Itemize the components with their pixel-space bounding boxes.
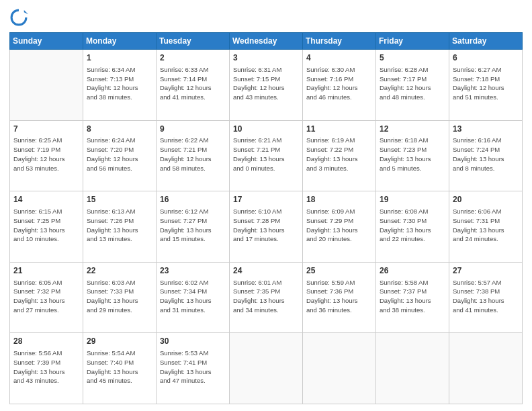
- day-info: Sunrise: 6:12 AM Sunset: 7:27 PM Dayligh…: [160, 207, 226, 244]
- logo-icon: [9, 8, 28, 27]
- day-info: Sunrise: 5:54 AM Sunset: 7:40 PM Dayligh…: [87, 349, 152, 385]
- calendar-cell: 19Sunrise: 6:08 AM Sunset: 7:30 PM Dayli…: [376, 191, 449, 263]
- day-number: 27: [453, 265, 519, 277]
- calendar-cell: 4Sunrise: 6:30 AM Sunset: 7:16 PM Daylig…: [303, 50, 376, 121]
- day-number: 10: [233, 124, 299, 135]
- logo: [9, 8, 31, 27]
- week-row-4: 21Sunrise: 6:05 AM Sunset: 7:32 PM Dayli…: [10, 262, 523, 333]
- day-info: Sunrise: 6:06 AM Sunset: 7:31 PM Dayligh…: [453, 207, 519, 244]
- calendar-cell: 10Sunrise: 6:21 AM Sunset: 7:21 PM Dayli…: [230, 120, 303, 191]
- calendar-cell: 9Sunrise: 6:22 AM Sunset: 7:21 PM Daylig…: [157, 120, 230, 191]
- day-number: 1: [87, 52, 152, 64]
- calendar-cell: 14Sunrise: 6:15 AM Sunset: 7:25 PM Dayli…: [10, 191, 83, 263]
- day-info: Sunrise: 6:01 AM Sunset: 7:35 PM Dayligh…: [233, 278, 299, 315]
- day-info: Sunrise: 5:56 AM Sunset: 7:39 PM Dayligh…: [13, 349, 79, 385]
- day-number: 2: [160, 52, 226, 64]
- calendar-cell: 17Sunrise: 6:10 AM Sunset: 7:28 PM Dayli…: [230, 191, 303, 263]
- col-header-thursday: Thursday: [303, 33, 376, 50]
- day-number: 23: [160, 265, 226, 277]
- calendar-cell: 16Sunrise: 6:12 AM Sunset: 7:27 PM Dayli…: [157, 191, 230, 263]
- calendar-cell: [449, 333, 523, 404]
- calendar-cell: 5Sunrise: 6:28 AM Sunset: 7:17 PM Daylig…: [376, 50, 449, 121]
- week-row-1: 1Sunrise: 6:34 AM Sunset: 7:13 PM Daylig…: [10, 50, 523, 121]
- week-row-2: 7Sunrise: 6:25 AM Sunset: 7:19 PM Daylig…: [10, 120, 523, 191]
- calendar-cell: 24Sunrise: 6:01 AM Sunset: 7:35 PM Dayli…: [230, 262, 303, 333]
- calendar-cell: 7Sunrise: 6:25 AM Sunset: 7:19 PM Daylig…: [10, 120, 83, 191]
- calendar-cell: 28Sunrise: 5:56 AM Sunset: 7:39 PM Dayli…: [10, 333, 83, 404]
- day-number: 19: [380, 194, 445, 205]
- day-info: Sunrise: 6:22 AM Sunset: 7:21 PM Dayligh…: [160, 136, 226, 173]
- day-info: Sunrise: 6:25 AM Sunset: 7:19 PM Dayligh…: [13, 136, 79, 173]
- day-info: Sunrise: 6:34 AM Sunset: 7:13 PM Dayligh…: [87, 65, 152, 102]
- day-number: 8: [87, 124, 152, 135]
- calendar-cell: [10, 50, 83, 121]
- day-number: 11: [306, 124, 372, 135]
- day-number: 26: [380, 265, 445, 277]
- calendar-table: SundayMondayTuesdayWednesdayThursdayFrid…: [9, 32, 523, 404]
- calendar-cell: 3Sunrise: 6:31 AM Sunset: 7:15 PM Daylig…: [230, 50, 303, 121]
- calendar-cell: 23Sunrise: 6:02 AM Sunset: 7:34 PM Dayli…: [157, 262, 230, 333]
- day-number: 21: [13, 265, 79, 277]
- day-info: Sunrise: 6:13 AM Sunset: 7:26 PM Dayligh…: [87, 207, 152, 244]
- calendar-cell: 22Sunrise: 6:03 AM Sunset: 7:33 PM Dayli…: [83, 262, 157, 333]
- calendar-cell: [230, 333, 303, 404]
- calendar-cell: 29Sunrise: 5:54 AM Sunset: 7:40 PM Dayli…: [83, 333, 157, 404]
- day-info: Sunrise: 6:30 AM Sunset: 7:16 PM Dayligh…: [306, 65, 372, 102]
- day-number: 28: [13, 336, 79, 347]
- day-info: Sunrise: 6:15 AM Sunset: 7:25 PM Dayligh…: [13, 207, 79, 244]
- day-number: 17: [233, 194, 299, 205]
- day-number: 13: [453, 124, 519, 135]
- day-number: 12: [380, 124, 445, 135]
- day-number: 16: [160, 194, 226, 205]
- col-header-wednesday: Wednesday: [230, 33, 303, 50]
- day-info: Sunrise: 6:08 AM Sunset: 7:30 PM Dayligh…: [380, 207, 445, 244]
- calendar-cell: 2Sunrise: 6:33 AM Sunset: 7:14 PM Daylig…: [157, 50, 230, 121]
- day-number: 20: [453, 194, 519, 205]
- day-info: Sunrise: 6:27 AM Sunset: 7:18 PM Dayligh…: [453, 65, 519, 102]
- day-number: 15: [87, 194, 152, 205]
- day-number: 7: [13, 124, 79, 135]
- day-info: Sunrise: 6:03 AM Sunset: 7:33 PM Dayligh…: [87, 278, 152, 315]
- calendar-cell: 18Sunrise: 6:09 AM Sunset: 7:29 PM Dayli…: [303, 191, 376, 263]
- day-info: Sunrise: 5:58 AM Sunset: 7:37 PM Dayligh…: [380, 278, 445, 315]
- day-number: 3: [233, 52, 299, 64]
- day-number: 25: [306, 265, 372, 277]
- day-number: 9: [160, 124, 226, 135]
- col-header-sunday: Sunday: [10, 33, 83, 50]
- calendar-cell: 21Sunrise: 6:05 AM Sunset: 7:32 PM Dayli…: [10, 262, 83, 333]
- day-info: Sunrise: 6:10 AM Sunset: 7:28 PM Dayligh…: [233, 207, 299, 244]
- day-info: Sunrise: 6:18 AM Sunset: 7:23 PM Dayligh…: [380, 136, 445, 173]
- calendar-cell: 12Sunrise: 6:18 AM Sunset: 7:23 PM Dayli…: [376, 120, 449, 191]
- day-number: 22: [87, 265, 152, 277]
- col-header-saturday: Saturday: [449, 33, 523, 50]
- col-header-tuesday: Tuesday: [157, 33, 230, 50]
- day-number: 14: [13, 194, 79, 205]
- day-info: Sunrise: 6:28 AM Sunset: 7:17 PM Dayligh…: [380, 65, 445, 102]
- day-number: 30: [160, 336, 226, 347]
- day-info: Sunrise: 6:19 AM Sunset: 7:22 PM Dayligh…: [306, 136, 372, 173]
- calendar-cell: 20Sunrise: 6:06 AM Sunset: 7:31 PM Dayli…: [449, 191, 523, 263]
- calendar-cell: 30Sunrise: 5:53 AM Sunset: 7:41 PM Dayli…: [157, 333, 230, 404]
- calendar-cell: 26Sunrise: 5:58 AM Sunset: 7:37 PM Dayli…: [376, 262, 449, 333]
- day-info: Sunrise: 6:31 AM Sunset: 7:15 PM Dayligh…: [233, 65, 299, 102]
- calendar-cell: 27Sunrise: 5:57 AM Sunset: 7:38 PM Dayli…: [449, 262, 523, 333]
- col-header-monday: Monday: [83, 33, 157, 50]
- day-number: 4: [306, 52, 372, 64]
- day-info: Sunrise: 6:24 AM Sunset: 7:20 PM Dayligh…: [87, 136, 152, 173]
- week-row-3: 14Sunrise: 6:15 AM Sunset: 7:25 PM Dayli…: [10, 191, 523, 263]
- day-info: Sunrise: 5:59 AM Sunset: 7:36 PM Dayligh…: [306, 278, 372, 315]
- week-row-5: 28Sunrise: 5:56 AM Sunset: 7:39 PM Dayli…: [10, 333, 523, 404]
- day-info: Sunrise: 5:53 AM Sunset: 7:41 PM Dayligh…: [160, 349, 226, 385]
- calendar-cell: 6Sunrise: 6:27 AM Sunset: 7:18 PM Daylig…: [449, 50, 523, 121]
- day-info: Sunrise: 6:21 AM Sunset: 7:21 PM Dayligh…: [233, 136, 299, 173]
- day-info: Sunrise: 6:02 AM Sunset: 7:34 PM Dayligh…: [160, 278, 226, 315]
- day-info: Sunrise: 6:09 AM Sunset: 7:29 PM Dayligh…: [306, 207, 372, 244]
- calendar-cell: 11Sunrise: 6:19 AM Sunset: 7:22 PM Dayli…: [303, 120, 376, 191]
- day-number: 18: [306, 194, 372, 205]
- day-number: 29: [87, 336, 152, 347]
- day-number: 6: [453, 52, 519, 64]
- calendar-cell: 25Sunrise: 5:59 AM Sunset: 7:36 PM Dayli…: [303, 262, 376, 333]
- day-info: Sunrise: 6:05 AM Sunset: 7:32 PM Dayligh…: [13, 278, 79, 315]
- day-number: 24: [233, 265, 299, 277]
- calendar-cell: 13Sunrise: 6:16 AM Sunset: 7:24 PM Dayli…: [449, 120, 523, 191]
